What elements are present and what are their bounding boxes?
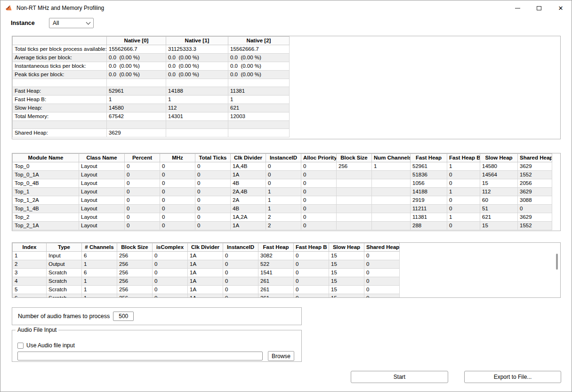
table-cell[interactable]: 3629 — [518, 188, 552, 196]
table-cell[interactable]: 1A — [231, 222, 266, 230]
table-cell[interactable]: Scratch — [47, 286, 82, 294]
table-cell[interactable]: 12003 — [228, 112, 290, 121]
table-cell[interactable]: 0 — [125, 188, 160, 196]
table-cell[interactable]: 0 — [294, 286, 329, 294]
table-cell[interactable]: 0 — [223, 277, 258, 286]
table-cell[interactable]: 0 — [125, 205, 160, 213]
table-cell[interactable]: 2 — [266, 222, 301, 230]
table-cell[interactable]: Layout — [79, 222, 125, 230]
table-row[interactable] — [13, 121, 290, 129]
table-cell[interactable]: 1A — [188, 252, 223, 260]
table-row[interactable]: 2Output125601A05220150 — [13, 260, 400, 269]
table-cell[interactable] — [228, 79, 290, 87]
table-cell[interactable] — [372, 196, 411, 205]
table-cell[interactable]: 0 — [301, 213, 337, 222]
table-cell[interactable]: Top_1_2A — [13, 196, 79, 205]
table-cell[interactable]: 0 — [447, 171, 480, 179]
table-cell[interactable]: Top_1 — [13, 188, 79, 196]
table-cell[interactable]: Scratch — [47, 269, 82, 277]
table-cell[interactable]: 1A — [231, 171, 266, 179]
table-cell[interactable]: 0 — [301, 179, 337, 188]
table-cell[interactable]: 0 — [301, 188, 337, 196]
table-cell[interactable] — [372, 171, 411, 179]
table-cell[interactable]: 1 — [82, 277, 117, 286]
table-cell[interactable]: 0 — [160, 222, 195, 230]
table-cell[interactable]: 0 — [160, 179, 195, 188]
table-cell[interactable]: 0.0 (0.00 %) — [228, 71, 290, 79]
table-cell[interactable]: 0 — [125, 162, 160, 171]
table-cell[interactable]: 2056 — [518, 179, 552, 188]
table-cell[interactable]: Layout — [79, 188, 125, 196]
table-cell[interactable]: 261 — [258, 277, 294, 286]
table-cell[interactable]: 0 — [364, 252, 400, 260]
table-cell[interactable]: 1A — [188, 286, 223, 294]
table-row[interactable]: Top_2_1ALayout0001A202880151552 — [13, 222, 552, 230]
table-cell[interactable]: 1552 — [518, 222, 552, 230]
table-cell[interactable]: 0 — [153, 260, 188, 269]
table-row[interactable]: 5Scratch125601A02610150 — [13, 286, 400, 294]
table-cell[interactable]: 1 — [266, 188, 301, 196]
table-row[interactable]: Total Memory:675421430112003 — [13, 112, 290, 121]
table-cell[interactable]: 0 — [301, 205, 337, 213]
table-cell[interactable]: 522 — [258, 260, 294, 269]
table-cell[interactable]: 1A — [188, 277, 223, 286]
table-cell[interactable]: 1A — [188, 294, 223, 298]
table-cell[interactable]: 15 — [329, 252, 364, 260]
table-cell[interactable]: 1A,4B — [231, 162, 266, 171]
table-row[interactable]: Top_0Layout0001A,4B002561529611145803629 — [13, 162, 552, 171]
table-cell[interactable]: Shared Heap: — [13, 129, 107, 137]
table-cell[interactable]: 0 — [160, 162, 195, 171]
table-cell[interactable]: 14564 — [480, 171, 518, 179]
table-cell[interactable]: 112 — [480, 188, 518, 196]
table-cell[interactable]: 1 — [266, 205, 301, 213]
table-cell[interactable]: 6 — [13, 294, 47, 298]
table-row[interactable]: Peak ticks per block:0.0 (0.00 %)0.0 (0.… — [13, 71, 290, 79]
table-cell[interactable]: 256 — [117, 260, 153, 269]
table-row[interactable]: Total ticks per block process available:… — [13, 45, 290, 54]
table-cell[interactable]: 0 — [195, 162, 231, 171]
table-cell[interactable]: 11381 — [411, 213, 447, 222]
table-cell[interactable]: 1 — [82, 260, 117, 269]
table-cell[interactable]: 1 — [447, 162, 480, 171]
table-cell[interactable]: 1541 — [258, 269, 294, 277]
table-cell[interactable]: 1 — [228, 96, 290, 104]
table-row[interactable]: Instantaneous ticks per block:0.0 (0.00 … — [13, 62, 290, 71]
export-button[interactable]: Export to File... — [464, 371, 561, 383]
table-cell[interactable] — [337, 171, 372, 179]
table-cell[interactable]: Scratch — [47, 277, 82, 286]
table-cell[interactable]: Top_0_4B — [13, 179, 79, 188]
table-cell[interactable]: 0 — [125, 213, 160, 222]
table-cell[interactable]: 0.0 (0.00 %) — [166, 71, 228, 79]
table-cell[interactable]: 0 — [153, 252, 188, 260]
table-cell[interactable]: 112 — [166, 104, 228, 112]
table-cell[interactable]: 1A,2A — [231, 213, 266, 222]
table-cell[interactable]: 0 — [160, 205, 195, 213]
table-cell[interactable]: 15 — [480, 179, 518, 188]
table-cell[interactable]: 256 — [117, 269, 153, 277]
table-row[interactable]: 1Input625601A030820150 — [13, 252, 400, 260]
table-cell[interactable]: Layout — [79, 196, 125, 205]
table-cell[interactable]: 0 — [195, 171, 231, 179]
table-cell[interactable]: 0 — [195, 205, 231, 213]
table-cell[interactable]: 0 — [125, 179, 160, 188]
table-cell[interactable]: 0 — [195, 179, 231, 188]
table-cell[interactable] — [372, 213, 411, 222]
table-cell[interactable]: 0 — [364, 286, 400, 294]
table-cell[interactable]: 31125333.3 — [166, 45, 228, 54]
table-cell[interactable]: 1A — [188, 260, 223, 269]
table-cell[interactable]: 0 — [518, 205, 552, 213]
table-row[interactable]: 4Scratch125601A02610150 — [13, 277, 400, 286]
table-cell[interactable] — [228, 121, 290, 129]
table-cell[interactable]: 3082 — [258, 252, 294, 260]
table-cell[interactable]: 0 — [153, 277, 188, 286]
table-cell[interactable]: 256 — [117, 294, 153, 298]
table-cell[interactable]: 0 — [266, 171, 301, 179]
table-cell[interactable]: 3 — [13, 269, 47, 277]
table-cell[interactable]: Instantaneous ticks per block: — [13, 62, 107, 71]
table-cell[interactable]: 0 — [364, 277, 400, 286]
table-row[interactable]: Fast Heap:529611418811381 — [13, 87, 290, 96]
table-row[interactable]: Shared Heap:3629 — [13, 129, 290, 137]
table-cell[interactable] — [337, 205, 372, 213]
table-cell[interactable]: 4B — [231, 179, 266, 188]
table-cell[interactable] — [107, 79, 166, 87]
